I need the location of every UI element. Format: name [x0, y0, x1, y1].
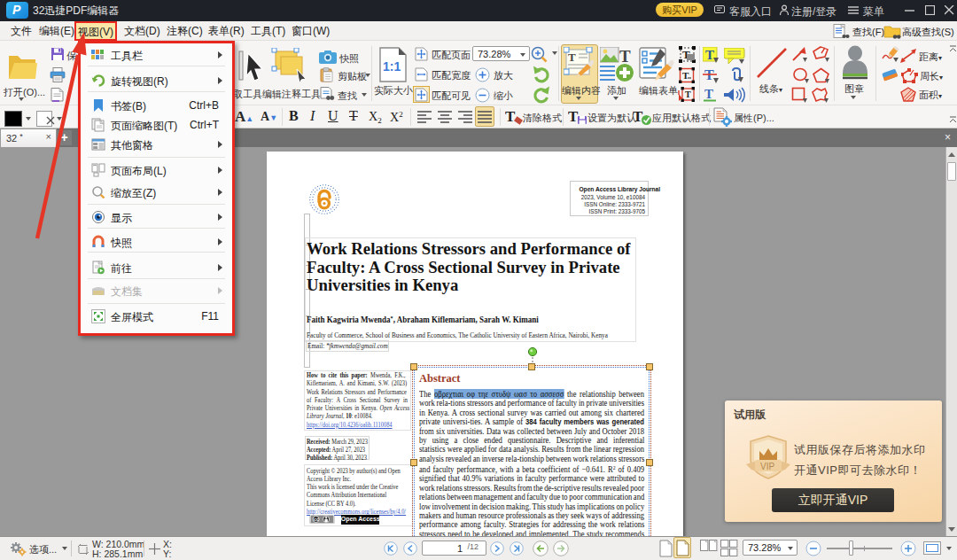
svg-text:T: T — [568, 108, 579, 125]
svg-text:T: T — [685, 89, 691, 99]
svg-text:T: T — [633, 108, 643, 125]
svg-text:cc: cc — [314, 517, 319, 522]
svg-text:T: T — [682, 70, 689, 81]
svg-text:T: T — [505, 108, 516, 125]
svg-text:T: T — [704, 87, 713, 101]
svg-text:T: T — [705, 48, 714, 62]
svg-text:VIP: VIP — [760, 462, 774, 471]
svg-text:1:1: 1:1 — [383, 59, 401, 74]
svg-text:T: T — [619, 47, 631, 66]
